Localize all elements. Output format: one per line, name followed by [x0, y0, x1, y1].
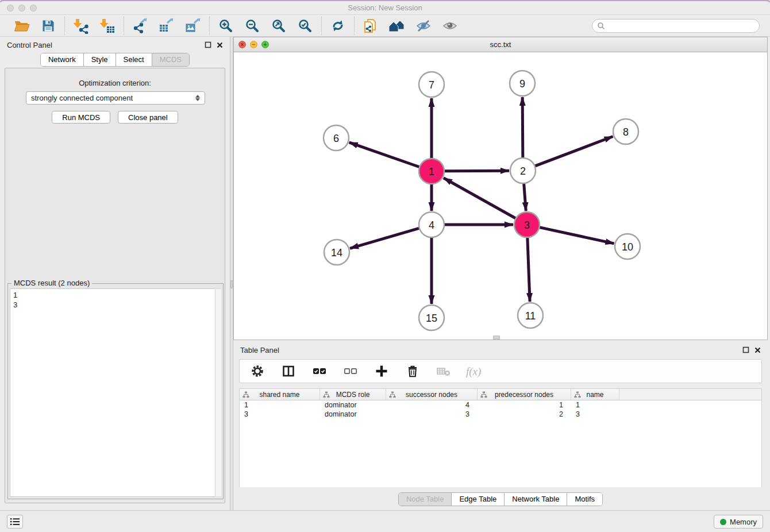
node-14[interactable]: 14 [324, 240, 349, 265]
table-cell: dominator [320, 401, 386, 409]
add-column-icon[interactable] [371, 361, 392, 381]
close-table-panel-icon[interactable] [754, 347, 761, 353]
network-window-titlebar[interactable]: × − + scc.txt [234, 37, 767, 52]
splitter-grip[interactable] [230, 280, 233, 288]
close-panel-icon[interactable] [217, 42, 223, 48]
column-header-successor-nodes[interactable]: successor nodes [386, 389, 478, 400]
open-file-icon[interactable] [11, 16, 33, 36]
column-header-MCDS-role[interactable]: MCDS role [320, 389, 386, 400]
run-mcds-button[interactable]: Run MCDS [52, 111, 110, 124]
tab-network[interactable]: Network [41, 53, 84, 66]
node-10[interactable]: 10 [615, 234, 640, 259]
table-cell: 3 [240, 410, 320, 418]
delete-column-icon[interactable] [402, 361, 424, 381]
tab-network-table[interactable]: Network Table [505, 493, 567, 506]
node-1[interactable]: 1 [419, 159, 444, 184]
column-header-name[interactable]: name [571, 389, 619, 400]
edge-1-to-2[interactable] [444, 171, 509, 171]
edge-3-to-11[interactable] [528, 237, 530, 302]
hide-panel-eye-icon[interactable] [413, 16, 434, 36]
tab-node-table[interactable]: Node Table [399, 493, 452, 506]
node-7[interactable]: 7 [419, 72, 444, 97]
search-input[interactable] [605, 21, 754, 30]
column-header-predecessor-nodes[interactable]: predecessor nodes [478, 389, 571, 400]
zoom-out-icon[interactable] [241, 16, 263, 36]
import-table-icon[interactable] [97, 16, 118, 36]
search-icon [597, 22, 605, 30]
network-canvas[interactable]: 7968124314101511 [234, 52, 767, 340]
column-header-shared-name[interactable]: shared name [240, 389, 320, 400]
deselect-all-icon[interactable] [340, 361, 361, 381]
zoom-fit-icon[interactable] [268, 16, 290, 36]
node-label: 11 [525, 310, 536, 322]
float-panel-icon[interactable] [205, 41, 211, 48]
table-cell: 1 [571, 401, 619, 409]
result-scrollbar[interactable] [215, 288, 221, 497]
task-history-button[interactable] [7, 515, 23, 529]
memory-status-icon [720, 519, 726, 525]
node-9[interactable]: 9 [510, 71, 535, 96]
close-panel-button[interactable]: Close panel [118, 111, 178, 124]
node-2[interactable]: 2 [510, 158, 536, 183]
node-label: 3 [524, 219, 530, 231]
column-header-label: shared name [259, 391, 299, 399]
node-15[interactable]: 15 [419, 305, 444, 330]
home-layout-icon[interactable] [386, 16, 408, 36]
optimization-criterion-label: Optimization criterion: [5, 79, 225, 87]
table-cell: 2 [478, 410, 571, 418]
table-cell: 3 [571, 410, 619, 418]
node-8[interactable]: 8 [613, 119, 638, 144]
node-6[interactable]: 6 [324, 125, 349, 151]
column-type-icon [389, 391, 396, 398]
tab-motifs[interactable]: Motifs [567, 493, 602, 506]
edge-1-to-6[interactable] [349, 142, 420, 167]
table-toolbar: f(x) [239, 359, 762, 383]
edge-4-to-14[interactable] [350, 228, 419, 248]
import-network-icon[interactable] [70, 16, 92, 36]
edge-3-to-1[interactable] [444, 178, 516, 219]
table-panel-title: Table Panel [240, 346, 742, 354]
select-all-icon[interactable] [309, 361, 330, 381]
float-table-panel-icon[interactable] [742, 346, 749, 353]
memory-button[interactable]: Memory [714, 515, 763, 529]
mcds-result-text[interactable]: 1 3 [10, 288, 221, 497]
export-table-icon[interactable] [156, 16, 178, 36]
edge-2-to-9[interactable] [522, 97, 523, 158]
node-label: 6 [333, 133, 339, 144]
column-header-label: predecessor nodes [495, 391, 553, 399]
edge-3-to-10[interactable] [539, 228, 614, 244]
criterion-dropdown[interactable]: strongly connected component [26, 91, 205, 105]
duplicate-network-icon[interactable] [360, 16, 382, 36]
horizontal-splitter-grip[interactable] [493, 336, 500, 340]
column-type-icon [480, 391, 487, 398]
show-panel-eye-icon[interactable] [439, 16, 461, 36]
table-panel: Table Panel f(x) shared n [233, 342, 768, 510]
control-panel-tabs: NetworkStyleSelectMCDS [40, 53, 190, 67]
refresh-layout-icon[interactable] [327, 16, 349, 36]
table-row[interactable]: 1dominator411 [240, 400, 761, 410]
column-selector-icon[interactable] [278, 361, 299, 381]
tab-select[interactable]: Select [116, 53, 152, 66]
node-11[interactable]: 11 [518, 303, 543, 328]
save-session-icon[interactable] [37, 16, 59, 36]
column-type-icon [242, 391, 249, 398]
window-title: Session: New Session [0, 3, 770, 12]
edge-2-to-8[interactable] [535, 137, 613, 167]
settings-gear-icon[interactable] [247, 361, 268, 381]
node-3[interactable]: 3 [514, 212, 540, 237]
svg-text:f(x): f(x) [466, 365, 481, 378]
search-field[interactable] [592, 19, 760, 33]
table-tabs: Node TableEdge TableNetwork TableMotifs [398, 492, 603, 506]
zoom-selected-icon[interactable] [294, 16, 316, 36]
tab-edge-table[interactable]: Edge Table [452, 493, 505, 506]
zoom-in-icon[interactable] [215, 16, 237, 36]
export-image-icon[interactable] [182, 16, 204, 36]
node-4[interactable]: 4 [419, 212, 444, 237]
network-graph: 7968124314101511 [234, 52, 767, 340]
node-label: 15 [426, 313, 437, 324]
table-row[interactable]: 3dominator323 [240, 410, 761, 419]
tab-mcds[interactable]: MCDS [152, 53, 189, 66]
export-network-icon[interactable] [129, 16, 151, 36]
edge-2-to-3[interactable] [524, 183, 526, 211]
tab-style[interactable]: Style [84, 53, 116, 66]
